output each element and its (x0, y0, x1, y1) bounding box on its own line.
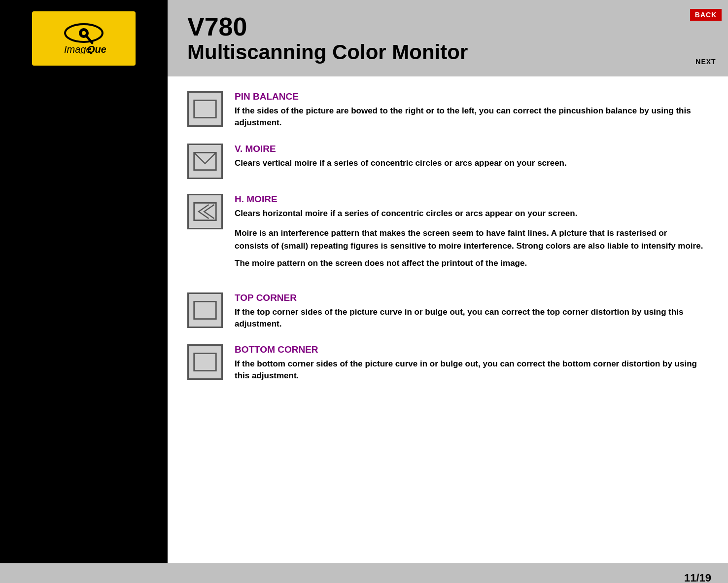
pin-balance-icon (187, 91, 223, 127)
footer-bar: 11/19 (0, 563, 728, 583)
list-item: TOP CORNER If the top corner sides of th… (187, 292, 703, 330)
svg-rect-6 (194, 100, 216, 117)
pin-balance-title: PIN BALANCE (235, 91, 703, 102)
logo-area: Image Quest (0, 0, 168, 76)
v-moire-desc: Clears vertical moire if a series of con… (235, 157, 703, 169)
v-moire-text: V. MOIRE Clears vertical moire if a seri… (235, 144, 703, 169)
header: Image Quest V780 Multiscanning Color Mon… (0, 0, 728, 76)
nav-area: BACK NEXT (684, 0, 728, 76)
pin-balance-text: PIN BALANCE If the sides of the picture … (235, 91, 703, 129)
moire-extra-2: The moire pattern on the screen does not… (235, 257, 703, 270)
logo-icon: Image Quest (32, 11, 136, 66)
svg-text:Quest: Quest (87, 44, 106, 54)
moire-extra-paragraphs: Moire is an interference pattern that ma… (235, 227, 703, 270)
h-moire-text: H. MOIRE Clears horizontal moire if a se… (235, 194, 703, 278)
list-item: V. MOIRE Clears vertical moire if a seri… (187, 144, 703, 179)
svg-rect-10 (194, 354, 216, 371)
h-moire-desc: Clears horizontal moire if a series of c… (235, 208, 703, 219)
list-item: PIN BALANCE If the sides of the picture … (187, 91, 703, 129)
page-number: 11/19 (677, 569, 718, 583)
bottom-corner-title: BOTTOM CORNER (235, 344, 703, 355)
next-button[interactable]: NEXT (691, 56, 721, 68)
top-corner-icon (187, 292, 223, 328)
h-moire-title: H. MOIRE (235, 194, 703, 205)
main-content: PIN BALANCE If the sides of the picture … (0, 76, 728, 563)
bottom-corner-desc: If the bottom corner sides of the pictur… (235, 358, 703, 382)
pin-balance-desc: If the sides of the picture are bowed to… (235, 105, 703, 129)
content-area: PIN BALANCE If the sides of the picture … (168, 76, 728, 563)
top-corner-text: TOP CORNER If the top corner sides of th… (235, 292, 703, 330)
v-moire-title: V. MOIRE (235, 144, 703, 154)
left-sidebar (0, 76, 168, 563)
title-line2: Multiscanning Color Monitor (187, 41, 468, 64)
svg-rect-9 (194, 301, 216, 319)
bottom-corner-icon (187, 344, 223, 380)
svg-point-2 (82, 31, 86, 35)
title-line1: V780 (187, 13, 468, 41)
list-item: H. MOIRE Clears horizontal moire if a se… (187, 194, 703, 278)
top-corner-desc: If the top corner sides of the picture c… (235, 306, 703, 330)
top-corner-title: TOP CORNER (235, 292, 703, 303)
bottom-corner-text: BOTTOM CORNER If the bottom corner sides… (235, 344, 703, 382)
list-item: BOTTOM CORNER If the bottom corner sides… (187, 344, 703, 382)
moire-extra-1: Moire is an interference pattern that ma… (235, 227, 703, 252)
h-moire-icon (187, 194, 223, 229)
back-button[interactable]: BACK (690, 9, 722, 21)
v-moire-icon (187, 144, 223, 179)
title-area: V780 Multiscanning Color Monitor (168, 0, 684, 76)
imagequest-logo-svg: Image Quest (62, 22, 106, 54)
